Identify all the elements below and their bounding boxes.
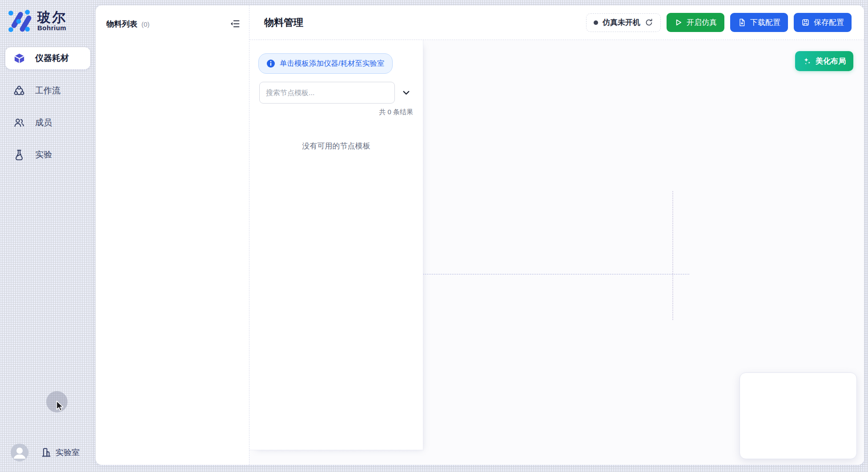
sidebar-item-members[interactable]: 成员 (5, 112, 90, 133)
materials-panel: 物料列表 (0) (96, 5, 249, 465)
save-config-label: 保存配置 (814, 17, 844, 28)
status-label: 仿真未开机 (603, 17, 640, 28)
node-templates-panel: 单击模板添加仪器/耗材至实验室 共 0 条结果 没有可用的节点模板 (249, 40, 423, 450)
beautify-layout-button[interactable]: 美化布局 (795, 51, 853, 71)
sidebar-item-label: 实验 (35, 149, 52, 160)
canvas-helper-line-horizontal (423, 274, 689, 275)
chevron-down-icon[interactable] (401, 88, 411, 98)
hint-text: 单击模板添加仪器/耗材至实验室 (280, 59, 385, 68)
info-icon (266, 59, 275, 68)
search-input[interactable] (259, 82, 395, 104)
sidebar-item-label: 仪器耗材 (35, 52, 69, 64)
hint-banner: 单击模板添加仪器/耗材至实验室 (258, 53, 393, 74)
download-config-button[interactable]: 下载配置 (730, 13, 788, 32)
sparkles-icon (803, 57, 812, 66)
materials-title: 物料列表 (106, 19, 137, 29)
sidebar-item-label: 工作流 (35, 85, 60, 96)
play-icon (674, 18, 683, 27)
bohrium-logo-icon (6, 8, 32, 34)
sidebar-item-label: 成员 (35, 117, 52, 128)
flow-canvas[interactable]: 单击模板添加仪器/耗材至实验室 共 0 条结果 没有可用的节点模板 (249, 40, 864, 465)
lab-label: 实验室 (56, 447, 80, 458)
building-icon (41, 447, 52, 458)
start-simulation-label: 开启仿真 (687, 17, 717, 28)
refresh-icon[interactable] (645, 18, 653, 27)
empty-templates-text: 没有可用的节点模板 (249, 141, 423, 151)
brand-subtitle: Bohrium (37, 24, 67, 32)
canvas-minimap[interactable] (739, 372, 857, 459)
status-dot-icon (594, 20, 598, 25)
download-config-label: 下载配置 (750, 17, 780, 28)
lab-switcher[interactable]: 实验室 (41, 447, 80, 458)
results-count: 共 0 条结果 (249, 108, 413, 116)
sidebar-item-instruments[interactable]: 仪器耗材 (5, 47, 90, 69)
canvas-helper-line-vertical (672, 191, 673, 320)
main-card: 物料列表 (0) 物料管理 仿真未开机 (96, 5, 864, 465)
sidebar-item-workflow[interactable]: 工作流 (5, 80, 90, 101)
test-tube-icon (13, 149, 25, 160)
beautify-layout-label: 美化布局 (816, 56, 846, 66)
brand-name: 玻尔 (37, 10, 67, 24)
page-title: 物料管理 (264, 16, 303, 29)
brand: 玻尔 Bohrium (6, 8, 90, 34)
main-column: 物料管理 仿真未开机 (249, 5, 864, 465)
sidebar-item-experiments[interactable]: 实验 (5, 144, 90, 165)
page-header: 物料管理 仿真未开机 (249, 5, 864, 40)
workflow-icon (13, 85, 25, 96)
mouse-cursor-icon (56, 400, 64, 412)
user-avatar[interactable] (11, 444, 28, 461)
cube-icon (13, 52, 25, 64)
collapse-panel-button[interactable] (229, 17, 241, 30)
start-simulation-button[interactable]: 开启仿真 (667, 13, 724, 32)
save-config-button[interactable]: 保存配置 (794, 13, 852, 32)
simulation-status-pill[interactable]: 仿真未开机 (586, 13, 661, 32)
members-icon (13, 117, 25, 128)
save-icon (801, 18, 810, 27)
file-download-icon (738, 18, 746, 27)
materials-count: (0) (141, 20, 149, 28)
